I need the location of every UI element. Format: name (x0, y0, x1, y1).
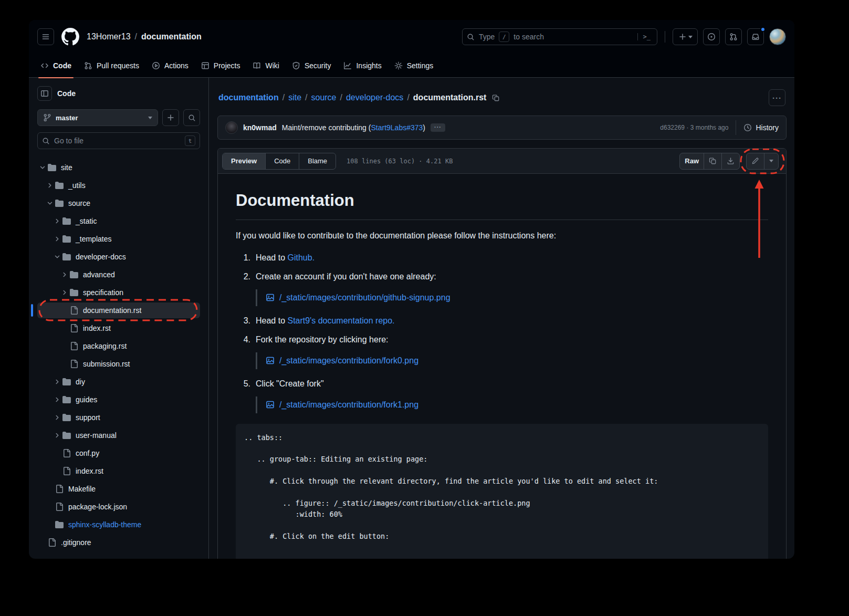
latest-commit-bar: kn0wmad Maint/remove contributing (Start… (217, 116, 787, 140)
image-link[interactable]: /_static/images/contribution/fork0.png (279, 354, 418, 367)
tab-label: Settings (407, 61, 434, 70)
tab-pull-requests[interactable]: Pull requests (78, 54, 145, 78)
tree-item-submission.rst[interactable]: submission.rst (37, 356, 200, 372)
commit-author-avatar[interactable] (225, 121, 238, 134)
tree-item-guides[interactable]: guides (37, 392, 200, 408)
tree-item-packaging.rst[interactable]: packaging.rst (37, 338, 200, 354)
file-toolbar: Preview Code Blame 108 lines (63 loc) · … (218, 149, 786, 174)
hamburger-menu-button[interactable] (37, 28, 54, 45)
repo-owner-link[interactable]: 13Homer13 (87, 32, 131, 41)
tab-code[interactable]: Code (34, 54, 78, 78)
github-logo[interactable] (61, 28, 79, 46)
document-title: Documentation (236, 189, 768, 220)
commit-pr-link[interactable]: Start9Labs#373 (371, 123, 423, 132)
tree-item-support[interactable]: support (37, 410, 200, 425)
tree-item-site[interactable]: site (37, 160, 200, 175)
step-text: Fork the repository by clicking here: (256, 333, 389, 346)
create-new-button[interactable] (673, 28, 698, 45)
new-file-button[interactable] (162, 109, 179, 126)
edit-dropdown-button[interactable] (764, 153, 778, 169)
commit-sha-and-time[interactable]: d632269 · 3 months ago (660, 124, 728, 131)
context-breadcrumb: 13Homer13 / documentation (87, 32, 202, 41)
tree-item-source[interactable]: source (37, 195, 200, 211)
user-avatar[interactable] (769, 28, 786, 45)
tree-item-index.rst[interactable]: index.rst (37, 463, 200, 479)
tree-item-_templates[interactable]: _templates (37, 231, 200, 247)
tab-code-view[interactable]: Code (265, 153, 299, 169)
tab-wiki[interactable]: Wiki (246, 54, 285, 78)
history-button[interactable]: History (736, 120, 779, 135)
tree-item-_utils[interactable]: _utils (37, 178, 200, 193)
tab-blame[interactable]: Blame (299, 153, 336, 169)
pull-requests-button[interactable] (725, 28, 742, 45)
tree-item-sphinx-scylladb-theme[interactable]: sphinx-scylladb-theme (37, 517, 200, 533)
breadcrumb-separator: / (135, 32, 137, 41)
collapse-sidebar-button[interactable] (37, 86, 52, 101)
broken-image-icon (266, 293, 275, 302)
tree-item-index.rst[interactable]: index.rst (37, 320, 200, 336)
kebab-icon: ··· (772, 93, 782, 102)
global-search-input[interactable]: Type / to search >_ (462, 28, 657, 45)
tree-item-specification[interactable]: specification (37, 285, 200, 300)
tab-preview[interactable]: Preview (223, 153, 265, 169)
tree-item-diy[interactable]: diy (37, 374, 200, 390)
instruction-step: 4. Fork the repository by clicking here:… (236, 333, 768, 369)
tree-item-package-lock.json[interactable]: package-lock.json (37, 499, 200, 515)
breadcrumb-link[interactable]: source (311, 93, 336, 102)
item-type-icon (48, 163, 56, 172)
tree-item-.gitignore[interactable]: .gitignore (37, 535, 200, 550)
tab-actions[interactable]: Actions (145, 54, 195, 78)
download-button[interactable] (721, 153, 739, 169)
search-tree-button[interactable] (183, 109, 200, 126)
tree-item-documentation.rst[interactable]: documentation.rst (37, 302, 200, 318)
tab-security[interactable]: Security (286, 54, 338, 78)
tree-item-user-manual[interactable]: user-manual (37, 427, 200, 443)
chevron-icon (52, 432, 62, 439)
hamburger-icon (41, 33, 50, 41)
item-type-icon (62, 217, 71, 225)
tab-label: Wiki (265, 61, 279, 70)
commit-message-text: Maint/remove contributing ( (282, 123, 371, 132)
branch-selector[interactable]: master (37, 109, 158, 126)
tab-projects[interactable]: Projects (195, 54, 247, 78)
repo-name-link[interactable]: documentation (141, 32, 202, 41)
image-link[interactable]: /_static/images/contribution/github-sign… (279, 291, 450, 304)
main-content: documentation / site / source / develope… (209, 78, 794, 559)
caret-down-icon (769, 160, 773, 162)
breadcrumb-link[interactable]: site (288, 93, 301, 102)
commit-expand-button[interactable]: ··· (431, 123, 445, 131)
copy-path-icon[interactable] (492, 94, 500, 102)
page-kebab-menu-button[interactable]: ··· (769, 89, 785, 106)
go-to-file-placeholder: Go to file (54, 137, 83, 145)
inline-link[interactable]: Github. (287, 253, 315, 262)
issues-button[interactable] (703, 28, 720, 45)
commit-author[interactable]: kn0wmad (243, 123, 277, 132)
tree-item-Makefile[interactable]: Makefile (37, 481, 200, 497)
tree-item-label: Makefile (68, 485, 96, 493)
tree-item-advanced[interactable]: advanced (37, 267, 200, 283)
tab-insights[interactable]: Insights (337, 54, 387, 78)
tree-item-developer-docs[interactable]: developer-docs (37, 249, 200, 265)
raw-button-group: Raw (679, 153, 740, 170)
item-type-icon (62, 431, 71, 440)
code-block[interactable]: .. tabs:: .. group-tab:: Editing an exis… (236, 424, 768, 559)
caret-down-icon (148, 117, 152, 119)
inbox-button[interactable] (747, 28, 764, 45)
raw-button[interactable]: Raw (680, 153, 704, 169)
image-link[interactable]: /_static/images/contribution/fork1.png (279, 399, 418, 411)
list-number: 3. (238, 315, 250, 327)
tree-item-conf.py[interactable]: conf.py (37, 445, 200, 461)
edit-file-button[interactable] (747, 153, 764, 169)
item-type-icon (55, 181, 64, 190)
breadcrumb-link[interactable]: developer-docs (346, 93, 403, 102)
copy-raw-button[interactable] (704, 153, 721, 169)
tab-settings[interactable]: Settings (388, 54, 440, 78)
plus-icon (166, 113, 175, 122)
caret-down-icon (688, 36, 693, 38)
breadcrumb-link[interactable]: documentation (218, 93, 279, 102)
tree-item-label: source (68, 199, 90, 207)
tree-item-_static[interactable]: _static (37, 213, 200, 229)
inline-link[interactable]: Start9's documentation repo. (287, 316, 394, 325)
go-to-file-input[interactable]: Go to file t (37, 132, 200, 149)
command-palette-icon[interactable]: >_ (637, 33, 653, 40)
